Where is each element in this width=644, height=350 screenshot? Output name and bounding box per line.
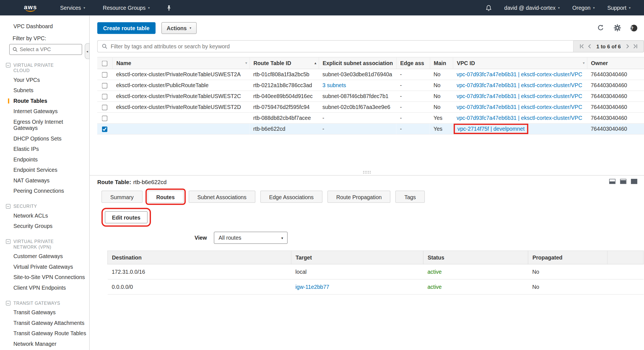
split-pane-icon[interactable]	[609, 179, 616, 184]
row-checkbox[interactable]	[102, 72, 108, 78]
next-page-button[interactable]	[626, 44, 629, 49]
row-checkbox[interactable]	[102, 127, 108, 132]
sidebar-item-endpoint-services[interactable]: Endpoint Services	[0, 165, 89, 175]
column-header-main[interactable]: Main	[430, 57, 453, 69]
row-checkbox[interactable]	[102, 94, 108, 99]
column-header-explicit-subnet-association[interactable]: Explicit subnet association	[319, 57, 396, 69]
section-virtual-private-cloud[interactable]: − VIRTUAL PRIVATE CLOUD	[0, 61, 69, 75]
column-header-name[interactable]: Name▾	[112, 57, 250, 69]
route-table-row[interactable]: eksctl-cortex-cluster/PrivateRouteTableU…	[97, 91, 644, 102]
route-table-row-selected[interactable]: rtb-b6e622cd - - Yes vpc-2714f75f | deve…	[97, 123, 644, 134]
sidebar-item-dhcp-options-sets[interactable]: DHCP Options Sets	[0, 133, 89, 144]
cell-destination: 0.0.0.0/0	[108, 279, 291, 294]
sidebar-item-nat-gateways[interactable]: NAT Gateways	[0, 175, 89, 186]
sidebar-item-network-manager[interactable]: Network Manager	[0, 339, 89, 349]
previous-page-button[interactable]	[588, 44, 591, 49]
sidebar-item-egress-only-internet-gateways[interactable]: Egress Only Internet Gateways	[0, 116, 89, 133]
column-header-owner[interactable]: Owner	[587, 57, 644, 69]
splitter-handle[interactable]	[90, 170, 644, 175]
filter-search-input[interactable]	[111, 43, 569, 50]
section-vpn[interactable]: − VIRTUAL PRIVATE NETWORK (VPN)	[0, 238, 69, 251]
route-table-row[interactable]: eksctl-cortex-cluster/PublicRouteTable r…	[97, 80, 644, 91]
notifications-bell-icon[interactable]	[486, 4, 492, 11]
region-menu[interactable]: Oregon ▾	[572, 5, 595, 11]
collapse-section-icon[interactable]: −	[6, 301, 11, 306]
toolbar-icons: ?	[597, 24, 637, 32]
last-page-button[interactable]	[633, 44, 637, 49]
vpc-id-link[interactable]: vpc-07d93fc7a47eb6b31 | eksctl-cortex-cl…	[457, 71, 582, 78]
services-menu[interactable]: Services ▾	[60, 5, 85, 11]
sidebar-item-customer-gateways[interactable]: Customer Gateways	[0, 251, 89, 262]
tab-routes[interactable]: Routes	[147, 191, 183, 203]
section-security[interactable]: − SECURITY	[0, 203, 69, 211]
collapse-section-icon[interactable]: −	[6, 63, 11, 68]
maximize-pane-icon[interactable]	[631, 179, 638, 184]
create-route-table-button[interactable]: Create route table	[97, 22, 155, 34]
cell-subnet-association: subnet-087f46cb87fdec7b1	[319, 91, 396, 102]
view-dropdown[interactable]: All routes ▾	[214, 232, 288, 244]
collapse-section-icon[interactable]: −	[6, 239, 11, 244]
sidebar-item-transit-gateways[interactable]: Transit Gateways	[0, 307, 89, 318]
row-checkbox[interactable]	[102, 83, 108, 89]
sidebar-item-elastic-ips[interactable]: Elastic IPs	[0, 144, 89, 154]
sidebar-item-transit-gateway-attachments[interactable]: Transit Gateway Attachments	[0, 318, 89, 328]
row-checkbox[interactable]	[102, 105, 108, 110]
tab-summary[interactable]: Summary	[101, 191, 142, 203]
help-icon[interactable]: ?	[631, 25, 637, 31]
vpc-id-link[interactable]: vpc-2714f75f | develpomnet	[458, 126, 525, 132]
tab-tags[interactable]: Tags	[396, 191, 425, 203]
column-header-edge-associations[interactable]: Edge ass	[396, 57, 430, 69]
row-checkbox[interactable]	[102, 116, 108, 121]
collapse-section-icon[interactable]: −	[6, 204, 11, 209]
select-all-checkbox[interactable]	[102, 61, 108, 66]
section-transit-gateways[interactable]: − TRANSIT GATEWAYS	[0, 299, 69, 307]
sidebar-item-network-acls[interactable]: Network ACLs	[0, 210, 89, 221]
first-page-button[interactable]	[580, 44, 584, 49]
route-table-row[interactable]: eksctl-cortex-cluster/PrivateRouteTableU…	[97, 69, 644, 80]
user-account-menu[interactable]: david @ david-cortex ▾	[504, 5, 560, 11]
sidebar-item-site-to-site-vpn-connections[interactable]: Site-to-Site VPN Connections	[0, 272, 89, 283]
sort-caret-icon: ▾	[583, 61, 585, 65]
column-header-vpc-id[interactable]: VPC ID▾	[453, 57, 587, 69]
edit-routes-button[interactable]: Edit routes	[105, 211, 148, 223]
vpc-id-link[interactable]: vpc-07d93fc7a47eb6b31 | eksctl-cortex-cl…	[457, 104, 582, 110]
igw-target-link[interactable]: igw-11e2bb77	[295, 284, 329, 290]
route-table-row[interactable]: eksctl-cortex-cluster/PrivateRouteTableU…	[97, 102, 644, 113]
select-all-header[interactable]	[97, 57, 112, 69]
sidebar-item-client-vpn-endpoints[interactable]: Client VPN Endpoints	[0, 282, 89, 293]
vpc-id-link[interactable]: vpc-07d93fc7a47eb6b31 | eksctl-cortex-cl…	[457, 115, 582, 121]
route-table-row[interactable]: rtb-088db82cb4bf7acee - - Yes vpc-07d93f…	[97, 113, 644, 123]
expand-pane-icon[interactable]	[620, 179, 627, 184]
sidebar-item-subnets[interactable]: Subnets	[0, 85, 89, 96]
view-label: View	[195, 235, 207, 241]
sidebar-item-peering-connections[interactable]: Peering Connections	[0, 186, 89, 196]
column-header-route-table-id[interactable]: Route Table ID▴	[250, 57, 319, 69]
sidebar-item-endpoints[interactable]: Endpoints	[0, 154, 89, 165]
aws-logo[interactable]: aws	[24, 4, 37, 11]
refresh-icon[interactable]	[597, 24, 604, 32]
sidebar-item-internet-gateways[interactable]: Internet Gateways	[0, 106, 89, 117]
support-menu[interactable]: Support ▾	[607, 5, 631, 11]
tab-route-propagation[interactable]: Route Propagation	[328, 191, 391, 203]
tab-edge-associations[interactable]: Edge Associations	[260, 191, 322, 203]
filter-search-box[interactable]	[98, 41, 574, 52]
sidebar-item-transit-gateway-route-tables[interactable]: Transit Gateway Route Tables	[0, 328, 89, 339]
resource-groups-menu[interactable]: Resource Groups ▾	[103, 5, 150, 11]
sort-caret-icon: ▾	[245, 61, 247, 65]
aws-logo-text: aws	[24, 4, 37, 9]
sidebar-item-route-tables[interactable]: Route Tables	[0, 96, 89, 106]
sidebar-item-your-vpcs[interactable]: Your VPCs	[0, 75, 89, 85]
vpc-id-link[interactable]: vpc-07d93fc7a47eb6b31 | eksctl-cortex-cl…	[457, 82, 582, 89]
sidebar-collapse-handle[interactable]: ◂	[85, 43, 90, 59]
sidebar-item-virtual-private-gateways[interactable]: Virtual Private Gateways	[0, 261, 89, 272]
actions-button[interactable]: Actions ▾	[161, 22, 197, 34]
vpc-filter-search[interactable]	[9, 44, 82, 55]
sidebar-item-security-groups[interactable]: Security Groups	[0, 221, 89, 232]
sidebar-item-vpc-dashboard[interactable]: VPC Dashboard	[0, 22, 89, 31]
subnets-link[interactable]: 3 subnets	[323, 82, 346, 89]
gear-icon[interactable]	[614, 24, 621, 32]
vpc-filter-input[interactable]	[20, 47, 79, 53]
pin-shortcut-icon[interactable]	[167, 5, 172, 11]
vpc-id-link[interactable]: vpc-07d93fc7a47eb6b31 | eksctl-cortex-cl…	[457, 93, 582, 99]
tab-subnet-associations[interactable]: Subnet Associations	[189, 191, 255, 203]
